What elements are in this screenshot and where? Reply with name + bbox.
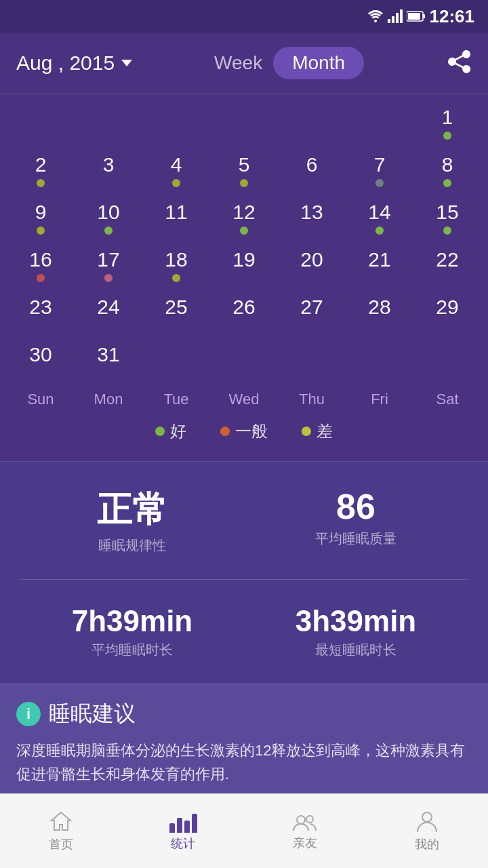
cal-day-23[interactable]: 23 xyxy=(7,290,75,338)
stats-grid: 正常 睡眠规律性 86 平均睡眠质量 7h39min 平均睡眠时长 3h39mi… xyxy=(20,475,468,670)
cal-dot-15 xyxy=(443,226,451,235)
nav-label-friends: 亲友 xyxy=(293,835,317,851)
day-label-sun: Sun xyxy=(7,388,75,411)
cal-day-22[interactable]: 22 xyxy=(413,243,481,290)
day-label-thu: Thu xyxy=(278,388,346,411)
cal-day-31[interactable]: 31 xyxy=(75,338,142,385)
stat-avg-duration-value: 7h39min xyxy=(72,604,193,638)
cal-day-2[interactable]: 2 xyxy=(7,148,75,195)
stat-divider xyxy=(20,579,468,580)
cal-day-12[interactable]: 12 xyxy=(210,195,278,243)
cal-day-5[interactable]: 5 xyxy=(210,148,278,195)
cal-day-26[interactable]: 26 xyxy=(210,290,278,338)
cal-empty xyxy=(346,100,413,148)
cal-dot-1 xyxy=(443,132,451,140)
calendar-week-5: 23 24 25 26 27 28 29 xyxy=(0,290,488,338)
stat-avg-quality-label: 平均睡眠质量 xyxy=(315,530,396,548)
legend-fair: 一般 xyxy=(220,420,268,442)
cal-day-20[interactable]: 20 xyxy=(278,243,346,290)
day-label-tue: Tue xyxy=(142,388,210,411)
cal-day-17[interactable]: 17 xyxy=(75,243,142,290)
stat-min-duration: 3h39min 最短睡眠时长 xyxy=(244,593,468,670)
cal-day-4[interactable]: 4 xyxy=(142,148,210,195)
home-icon xyxy=(49,810,73,833)
nav-item-friends[interactable]: 亲友 xyxy=(244,812,366,851)
cal-day-30[interactable]: 30 xyxy=(7,338,75,385)
nav-label-stats: 统计 xyxy=(171,835,195,852)
cal-empty xyxy=(142,100,210,148)
cal-day-13[interactable]: 13 xyxy=(278,195,346,243)
day-label-mon: Mon xyxy=(75,388,142,411)
cal-day-25[interactable]: 25 xyxy=(142,290,210,338)
date-dropdown-arrow[interactable] xyxy=(121,60,132,66)
nav-item-stats[interactable]: 统计 xyxy=(122,811,244,852)
svg-rect-3 xyxy=(396,13,399,23)
nav-item-home[interactable]: 首页 xyxy=(0,810,122,852)
nav-item-mine[interactable]: 我的 xyxy=(366,810,488,852)
svg-point-10 xyxy=(422,812,432,822)
advice-area: i 睡眠建议 深度睡眠期脑垂体分泌的生长激素的12释放达到高峰，这种激素具有促进… xyxy=(0,684,488,801)
bottom-nav: 首页 统计 亲友 我的 xyxy=(0,793,488,868)
cal-day-7[interactable]: 7 xyxy=(346,148,413,195)
cal-day-19[interactable]: 19 xyxy=(210,243,278,290)
tab-week[interactable]: Week xyxy=(214,52,262,74)
cal-day-28[interactable]: 28 xyxy=(346,290,413,338)
legend-dot-fair xyxy=(220,427,230,436)
share-button[interactable] xyxy=(446,49,472,77)
svg-rect-1 xyxy=(388,19,390,23)
cal-day-1[interactable]: 1 xyxy=(413,100,481,148)
cal-day-27[interactable]: 27 xyxy=(278,290,346,338)
cal-day-16[interactable]: 16 xyxy=(7,243,75,290)
cal-day-15[interactable]: 15 xyxy=(413,195,481,243)
cal-day-18[interactable]: 18 xyxy=(142,243,210,290)
cal-empty xyxy=(7,100,75,148)
battery-icon xyxy=(407,10,426,22)
cal-day-14[interactable]: 14 xyxy=(346,195,413,243)
cal-day-3[interactable]: 3 xyxy=(75,148,142,195)
day-labels: Sun Mon Tue Wed Thu Fri Sat xyxy=(0,388,488,411)
cal-day-11[interactable]: 11 xyxy=(142,195,210,243)
cal-day-21[interactable]: 21 xyxy=(346,243,413,290)
legend: 好 一般 差 xyxy=(0,411,488,454)
cal-day-24[interactable]: 24 xyxy=(75,290,142,338)
stat-avg-duration-label: 平均睡眠时长 xyxy=(92,641,173,659)
signal-icon xyxy=(388,9,403,23)
calendar-week-1: 1 xyxy=(0,100,488,148)
cal-dot-16 xyxy=(37,274,45,282)
cal-day-9[interactable]: 9 xyxy=(7,195,75,243)
status-icons: 12:61 xyxy=(367,6,475,27)
cal-dot-17 xyxy=(104,274,113,282)
cal-dot-9 xyxy=(37,226,45,235)
status-time: 12:61 xyxy=(430,6,475,27)
advice-text: 深度睡眠期脑垂体分泌的生长激素的12释放达到高峰，这种激素具有促进骨骼生长和身体… xyxy=(16,738,472,786)
stats-chart-icon xyxy=(169,811,197,833)
calendar-week-3: 9 10 11 12 13 14 15 xyxy=(0,195,488,243)
legend-dot-poor xyxy=(302,427,311,436)
cal-dot-7 xyxy=(375,179,384,187)
cal-dot-4 xyxy=(172,179,180,187)
day-label-fri: Fri xyxy=(346,388,413,411)
cal-day-10[interactable]: 10 xyxy=(75,195,142,243)
info-icon: i xyxy=(16,702,41,726)
calendar-week-2: 2 3 4 5 6 7 8 xyxy=(0,148,488,195)
cal-dot-10 xyxy=(104,226,113,235)
cal-dot-2 xyxy=(37,179,45,187)
stat-avg-quality: 86 平均睡眠质量 xyxy=(244,475,468,566)
svg-rect-4 xyxy=(400,9,403,23)
header-date-section[interactable]: Aug , 2015 xyxy=(16,52,132,75)
cal-dot-5 xyxy=(240,179,248,187)
cal-day-6[interactable]: 6 xyxy=(278,148,346,195)
cal-dot-18 xyxy=(172,274,180,282)
cal-empty xyxy=(210,100,278,148)
nav-label-home: 首页 xyxy=(49,836,73,852)
status-bar: 12:61 xyxy=(0,0,488,33)
day-label-sat: Sat xyxy=(413,388,481,411)
cal-dot-8 xyxy=(443,179,451,187)
tab-month[interactable]: Month xyxy=(273,47,364,79)
cal-day-29[interactable]: 29 xyxy=(413,290,481,338)
legend-dot-good xyxy=(155,427,165,436)
cal-day-8[interactable]: 8 xyxy=(413,148,481,195)
profile-icon xyxy=(416,810,438,833)
nav-label-mine: 我的 xyxy=(415,836,439,852)
friends-icon xyxy=(292,812,318,832)
